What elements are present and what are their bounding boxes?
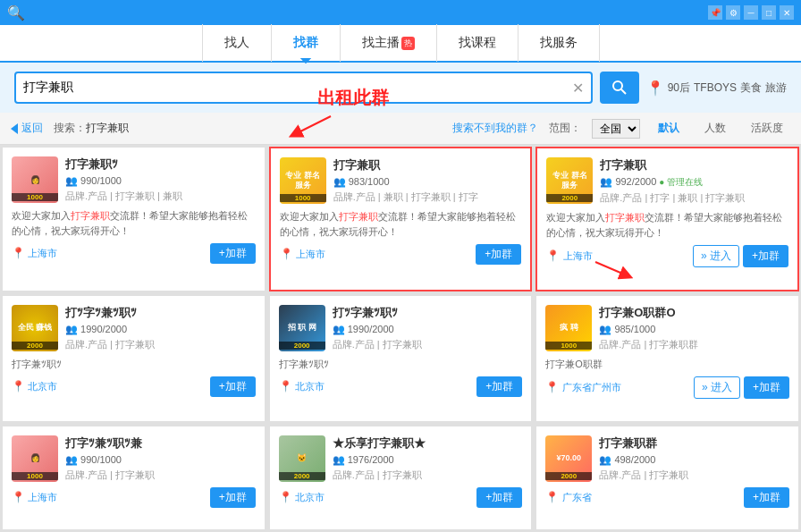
- group-location: 📍 北京市: [12, 380, 57, 393]
- search-input-wrapper: ✕: [14, 72, 593, 104]
- minimize-btn[interactable]: ─: [744, 5, 758, 20]
- group-avatar: 👩 1000: [12, 435, 58, 482]
- member-limit-badge: 2000: [546, 194, 593, 202]
- group-members: 👥 1976/2000: [333, 454, 523, 466]
- join-button[interactable]: +加群: [476, 376, 522, 397]
- group-desc: 欢迎大家加入打字兼职交流群！希望大家能够抱着轻松的心情，祝大家玩得开心！: [546, 210, 788, 240]
- group-members: 👥 498/2000: [599, 454, 789, 466]
- group-tags: 品牌.产品 | 打字兼职: [333, 469, 523, 482]
- group-location: 📍 广东省广州市: [545, 381, 620, 394]
- online-badge: ● 管理在线: [659, 177, 703, 187]
- hot-badge: 热: [401, 37, 415, 50]
- group-location: 📍 上海市: [546, 249, 592, 263]
- group-tags: 品牌.产品 | 打字兼职群: [599, 338, 789, 351]
- nav-find-course[interactable]: 找课程: [437, 24, 519, 62]
- group-title: 打字兼职: [600, 157, 788, 173]
- group-card-3: 专业 群名 服务 2000 打字兼职 👥 992/2000 ● 管理在线 品牌.…: [535, 147, 799, 291]
- card-info: 打ﾂ字ﾂ兼ﾂ职ﾂ 👥 1990/2000 品牌.产品 | 打字兼职: [65, 305, 256, 351]
- join-button[interactable]: +加群: [210, 487, 256, 508]
- card-header: 招 职 网 2000 打ﾂ字兼ﾂ职ﾂ 👥 1990/2000 品牌.产品 | 打…: [279, 305, 523, 351]
- card-actions: +加群: [210, 487, 256, 508]
- location-name: 北京市: [28, 381, 57, 392]
- location-name: 上海市: [28, 248, 57, 258]
- join-button[interactable]: +加群: [210, 243, 256, 264]
- join-button[interactable]: +加群: [476, 487, 522, 508]
- enter-button[interactable]: » 进入: [693, 245, 739, 267]
- location-tag-4[interactable]: 旅游: [765, 80, 787, 96]
- group-card-9: ¥70.00 2000 打字兼职群 👥 498/2000 品牌.产品 | 打字兼…: [535, 426, 799, 531]
- group-members: 👥 985/1000: [599, 324, 789, 335]
- result-bar: 返回 搜索：打字兼职 搜索不到我的群？ 范围： 全国 默认 人数 活跃度: [0, 113, 801, 145]
- avatar-label: ¥70.00: [555, 450, 584, 467]
- group-tags: 品牌.产品 | 打字兼职 | 兼职: [65, 190, 256, 203]
- not-found-link[interactable]: 搜索不到我的群？: [452, 121, 538, 136]
- window-controls[interactable]: 📌 ⚙ ─ □ ✕: [708, 5, 794, 20]
- join-button[interactable]: +加群: [744, 487, 789, 508]
- card-info: 打字兼О职群О 👥 985/1000 品牌.产品 | 打字兼职群: [599, 305, 789, 351]
- search-button[interactable]: [600, 72, 639, 104]
- location-pin-icon: 📍: [545, 381, 559, 393]
- card-footer: 📍 北京市 +加群: [12, 376, 256, 397]
- sort-members-btn[interactable]: 人数: [697, 119, 733, 138]
- card-actions: » 进入 +加群: [694, 376, 789, 399]
- settings-btn[interactable]: ⚙: [726, 5, 740, 20]
- card-header: 专业 群名 服务 2000 打字兼职 👥 992/2000 ● 管理在线 品牌.…: [546, 157, 788, 205]
- join-button[interactable]: +加群: [743, 245, 788, 267]
- card-actions: +加群: [476, 376, 522, 397]
- card-header: ¥70.00 2000 打字兼职群 👥 498/2000 品牌.产品 | 打字兼…: [545, 435, 789, 482]
- close-btn[interactable]: ✕: [780, 5, 794, 20]
- location-tag-3[interactable]: 美食: [740, 80, 762, 96]
- card-footer: 📍 广东省广州市 » 进入 +加群: [545, 376, 789, 399]
- group-card-8: 🐱 2000 ★乐享打字兼职★ 👥 1976/2000 品牌.产品 | 打字兼职…: [269, 426, 533, 531]
- location-icon: 📍: [646, 80, 664, 97]
- group-tags: 品牌.产品 | 打字 | 兼职 | 打字兼职: [600, 191, 788, 205]
- location-tag-1[interactable]: 90后: [668, 80, 690, 96]
- card-footer: 📍 北京市 +加群: [279, 376, 523, 397]
- join-button[interactable]: +加群: [210, 376, 256, 397]
- group-card-1: 👩 1000 打字兼职ﾂ 👥 990/1000 品牌.产品 | 打字兼职 | 兼…: [2, 147, 266, 291]
- join-button[interactable]: +加群: [476, 244, 521, 265]
- card-info: 打字兼职 👥 992/2000 ● 管理在线 品牌.产品 | 打字 | 兼职 |…: [600, 157, 788, 205]
- group-members: 👥 983/1000: [333, 176, 522, 188]
- enter-button[interactable]: » 进入: [694, 376, 740, 399]
- search-bar: ✕ 📍 90后 TFBOYS 美食 旅游: [0, 63, 801, 113]
- group-location: 📍 北京市: [279, 380, 325, 393]
- group-avatar: 招 职 网 2000: [279, 305, 325, 351]
- pin-btn[interactable]: 📌: [708, 5, 722, 20]
- sort-activity-btn[interactable]: 活跃度: [744, 119, 790, 138]
- member-limit-badge: 2000: [12, 342, 58, 350]
- avatar-label: 👩: [29, 450, 42, 467]
- group-title: 打字兼职: [333, 157, 522, 173]
- avatar-label: 🐱: [295, 450, 308, 467]
- location-pin-icon: 📍: [279, 380, 292, 393]
- card-footer: 📍 广东省 +加群: [545, 487, 789, 508]
- group-location: 📍 上海市: [12, 491, 57, 504]
- location-tag-2[interactable]: TFBOYS: [694, 81, 737, 94]
- range-select[interactable]: 全国: [592, 119, 640, 139]
- search-input[interactable]: [23, 80, 572, 95]
- group-members: 👥 992/2000 ● 管理在线: [600, 176, 788, 189]
- group-members: 👥 990/1000: [65, 175, 256, 187]
- nav-find-group[interactable]: 找群: [272, 24, 341, 62]
- members-icon: 👥: [333, 454, 345, 465]
- highlight-text: 打字兼职: [605, 212, 645, 223]
- group-title: 打字兼职群: [599, 435, 789, 452]
- group-avatar: 🐱 2000: [279, 435, 325, 482]
- sort-default-btn[interactable]: 默认: [651, 119, 687, 138]
- group-avatar: ¥70.00 2000: [545, 435, 592, 482]
- group-title: 打ﾂ字兼ﾂ职ﾂ: [333, 305, 523, 321]
- group-desc: 打字兼О职群: [545, 357, 789, 372]
- group-desc: 打字兼ﾂ职ﾂ: [12, 357, 256, 372]
- group-card-4: 全民 赚钱 2000 打ﾂ字ﾂ兼ﾂ职ﾂ 👥 1990/2000 品牌.产品 | …: [2, 295, 266, 422]
- search-clear-btn[interactable]: ✕: [572, 80, 584, 97]
- back-button[interactable]: 返回: [11, 121, 43, 136]
- members-icon: 👥: [333, 324, 345, 334]
- group-title: ★乐享打字兼职★: [333, 435, 523, 452]
- maximize-btn[interactable]: □: [762, 5, 776, 20]
- member-limit-badge: 2000: [545, 472, 592, 480]
- nav-find-service[interactable]: 找服务: [519, 24, 600, 62]
- nav-find-streamer[interactable]: 找主播热: [341, 24, 437, 62]
- join-button[interactable]: +加群: [744, 376, 789, 399]
- location-name: 上海市: [296, 249, 325, 259]
- nav-find-people[interactable]: 找人: [202, 24, 272, 62]
